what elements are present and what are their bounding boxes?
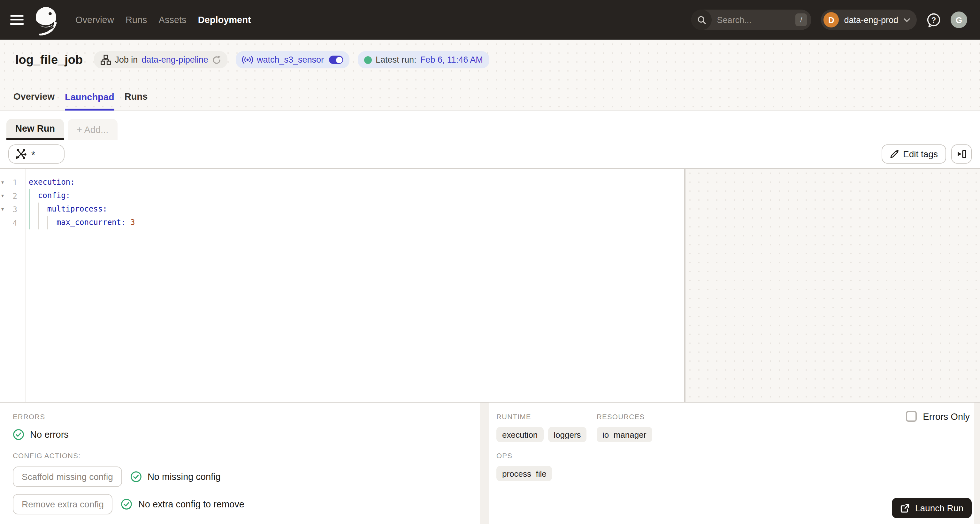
op-tag[interactable]: process_file [496, 466, 552, 481]
code-line[interactable]: config: [29, 189, 684, 202]
sensor-icon [242, 55, 253, 65]
line-number: 3 [8, 205, 25, 214]
check-circle-icon [130, 471, 142, 483]
yaml-key: config: [29, 191, 70, 200]
latest-run-link[interactable]: Feb 6, 11:46 AM [420, 55, 483, 65]
nav-deployment[interactable]: Deployment [198, 15, 251, 25]
dagster-logo-icon[interactable] [32, 6, 60, 38]
code-line[interactable]: multiprocess: [29, 202, 684, 216]
workspace-name: data-eng-prod [844, 15, 898, 25]
op-selector-icon [15, 148, 27, 160]
config-actions-label: CONFIG ACTIONS: [13, 452, 480, 459]
remove-status: No extra config to remove [121, 499, 244, 510]
yaml-key: multiprocess: [29, 204, 107, 213]
remove-extra-config-button[interactable]: Remove extra config [13, 494, 113, 514]
errors-only-checkbox[interactable] [905, 411, 916, 422]
tab-launchpad[interactable]: Launchpad [65, 92, 115, 111]
errors-only-label: Errors Only [923, 411, 970, 421]
fold-arrow-icon[interactable]: ▾ [0, 189, 8, 202]
errors-label: ERRORS [13, 413, 480, 420]
sensor-link[interactable]: watch_s3_sensor [257, 55, 324, 65]
ops-column: OPS process_file [496, 452, 980, 481]
user-avatar[interactable]: G [951, 11, 967, 28]
runtime-tag[interactable]: loggers [548, 427, 587, 442]
run-status-dot [364, 56, 372, 64]
workspace-avatar: D [824, 12, 839, 27]
scaffold-missing-config-button[interactable]: Scaffold missing config [13, 467, 122, 487]
scaffold-status-text: No missing config [148, 471, 221, 482]
nav-runs[interactable]: Runs [126, 15, 147, 25]
bottom-splitter[interactable] [480, 403, 489, 524]
no-errors-row: No errors [13, 429, 480, 440]
sensor-toggle[interactable] [329, 56, 343, 64]
edit-tags-button[interactable]: Edit tags [881, 145, 946, 164]
nav-assets[interactable]: Assets [159, 15, 186, 25]
op-selection-input[interactable]: * [8, 145, 65, 164]
line-number: 4 [8, 218, 25, 227]
edit-tags-label: Edit tags [903, 149, 938, 159]
code-line[interactable]: max_concurrent: 3 [29, 216, 684, 229]
search-input[interactable]: Search... / [691, 10, 811, 30]
yaml-key: execution: [29, 178, 75, 186]
reload-icon[interactable] [212, 55, 221, 64]
pipeline-link[interactable]: data-eng-pipeline [142, 55, 208, 65]
editor-gutter: ▾1 ▾2 ▾3 4 [0, 169, 26, 402]
launchpad-toolbar: * Edit tags [0, 140, 980, 168]
svg-text:?: ? [931, 15, 936, 24]
scaffold-status: No missing config [130, 471, 221, 483]
run-summary-section: RUNTIME execution loggers RESOURCES io_m… [489, 403, 980, 524]
pencil-icon [889, 150, 899, 158]
resource-tag[interactable]: io_manager [597, 427, 652, 442]
app-window: Overview Runs Assets Deployment Search..… [0, 0, 980, 524]
job-prefix-label: Job in [115, 55, 138, 65]
help-icon[interactable]: ? [926, 13, 941, 27]
page-title: log_file_job [15, 53, 83, 67]
yaml-key: max_concurrent: [29, 218, 130, 227]
ops-label: OPS [496, 452, 980, 459]
line-number: 1 [8, 178, 25, 187]
search-placeholder: Search... [717, 15, 751, 25]
session-tab-new-run[interactable]: New Run [6, 119, 64, 140]
indent-guide [48, 216, 48, 229]
search-shortcut-badge: / [795, 13, 807, 26]
launch-run-label: Launch Run [915, 503, 963, 513]
runtime-label: RUNTIME [496, 413, 597, 420]
config-editor: ▾1 ▾2 ▾3 4 execution: config: multiproce… [0, 168, 980, 402]
resources-label: RESOURCES [597, 413, 652, 420]
job-graph-icon [100, 54, 111, 65]
launch-run-button[interactable]: Launch Run [892, 498, 972, 518]
fold-arrow-icon[interactable]: ▾ [0, 202, 8, 216]
scroll-gutter [974, 403, 980, 524]
yaml-value: 3 [130, 218, 135, 227]
op-selection-value: * [31, 148, 35, 159]
runtime-tag[interactable]: execution [496, 427, 543, 442]
yaml-editor-content[interactable]: execution: config: multiprocess: max_con… [26, 169, 684, 402]
search-icon [691, 10, 712, 30]
check-circle-icon [121, 499, 132, 510]
chevron-down-icon [903, 18, 910, 22]
launchpad-panel: New Run + Add... * [0, 111, 980, 524]
job-header: log_file_job Job in data-eng-pipeline [0, 40, 980, 80]
latest-run-pill: Latest run: Feb 6, 11:46 AM [358, 51, 489, 68]
tab-overview[interactable]: Overview [13, 91, 55, 110]
bottom-panel: ERRORS No errors CONFIG ACTIONS: Scaffol… [0, 402, 980, 524]
remove-extra-row: Remove extra config No extra config to r… [13, 494, 480, 514]
remove-status-text: No extra config to remove [138, 499, 244, 509]
workspace-switcher[interactable]: D data-eng-prod [821, 10, 917, 30]
open-panel-button[interactable] [951, 145, 972, 164]
nav-right-cluster: Search... / D data-eng-prod ? G [691, 10, 967, 30]
indent-guide [38, 202, 39, 229]
nav-overview[interactable]: Overview [75, 15, 114, 25]
toolbar-right: Edit tags [881, 145, 972, 164]
fold-arrow-icon[interactable]: ▾ [0, 176, 8, 189]
primary-nav: Overview Runs Assets Deployment [75, 15, 251, 25]
page-header-zone: log_file_job Job in data-eng-pipeline [0, 40, 980, 111]
code-line[interactable]: execution: [29, 176, 684, 189]
toggle-knob [336, 57, 342, 63]
tab-runs[interactable]: Runs [124, 91, 148, 110]
top-nav: Overview Runs Assets Deployment Search..… [0, 0, 980, 40]
line-number: 2 [8, 191, 25, 200]
check-circle-icon [13, 429, 24, 440]
session-tab-add[interactable]: + Add... [68, 119, 117, 140]
menu-icon[interactable] [10, 15, 24, 25]
